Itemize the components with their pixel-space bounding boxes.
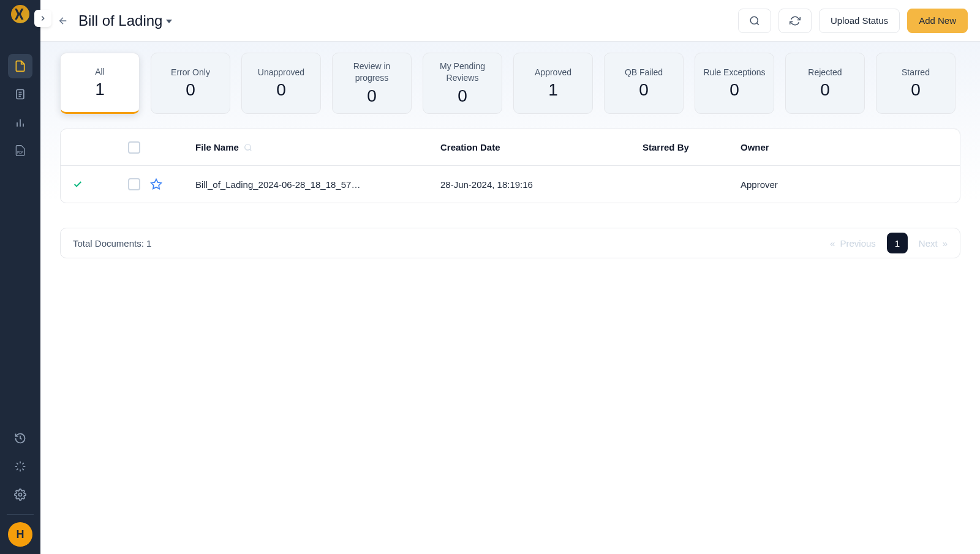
filter-label: Error Only — [171, 67, 210, 78]
pagination-next[interactable]: Next » — [919, 238, 948, 249]
filter-card-all[interactable]: All1 — [60, 53, 140, 114]
filter-card-rejected[interactable]: Rejected0 — [785, 53, 865, 114]
filter-label: Unapproved — [258, 67, 304, 78]
filter-card-review-in-progress[interactable]: Review in progress0 — [332, 53, 412, 114]
nav-loading[interactable] — [8, 454, 32, 479]
star-icon — [150, 178, 162, 190]
filter-label: Rejected — [808, 67, 842, 78]
nav-list-top: PDF — [0, 54, 40, 163]
upload-status-button[interactable]: Upload Status — [819, 9, 900, 33]
table-row[interactable]: Bill_of_Lading_2024-06-28_18_18_57…28-Ju… — [61, 166, 960, 203]
nav-pdf[interactable]: PDF — [8, 138, 32, 163]
svg-marker-22 — [151, 179, 162, 189]
filter-label: Approved — [535, 67, 571, 78]
filter-count: 0 — [639, 80, 649, 100]
bar-chart-icon — [14, 116, 26, 129]
filter-label: QB Failed — [625, 67, 663, 78]
filter-label: Rule Exceptions — [703, 67, 765, 78]
nav-analytics[interactable] — [8, 110, 32, 135]
row-checkbox[interactable] — [128, 178, 140, 190]
back-button[interactable] — [58, 15, 69, 26]
filter-cards: All1Error Only0Unapproved0Review in prog… — [60, 53, 960, 114]
pagination-current-page[interactable]: 1 — [887, 233, 908, 253]
filename-search-icon[interactable] — [244, 143, 252, 152]
refresh-button[interactable] — [778, 9, 812, 33]
row-owner: Approver — [741, 179, 948, 190]
gear-icon — [14, 488, 26, 501]
document-icon — [14, 60, 26, 72]
search-button[interactable] — [738, 9, 771, 33]
filter-count: 0 — [820, 80, 830, 100]
nav-clipboard[interactable] — [8, 82, 32, 107]
filter-card-unapproved[interactable]: Unapproved0 — [241, 53, 321, 114]
nav-divider — [7, 514, 34, 515]
svg-text:PDF: PDF — [17, 151, 23, 154]
spinner-icon — [14, 460, 26, 473]
filter-label: My Pending Reviews — [428, 61, 497, 84]
content-area: All1Error Only0Unapproved0Review in prog… — [40, 42, 980, 554]
column-header-owner[interactable]: Owner — [741, 142, 948, 152]
filter-count: 0 — [186, 80, 195, 100]
svg-line-11 — [23, 469, 24, 470]
nav-documents[interactable] — [8, 54, 32, 78]
check-icon — [73, 179, 83, 189]
chevron-double-right-icon: » — [943, 238, 948, 249]
row-filename: Bill_of_Lading_2024-06-28_18_18_57… — [195, 179, 440, 190]
main-area: Bill of Lading Upload Status Add New All… — [40, 0, 980, 554]
table-header: File Name Creation Date Starred By Owner — [61, 129, 960, 166]
pagination: « Previous 1 Next » — [830, 233, 948, 253]
sidebar-expand-toggle[interactable] — [34, 10, 51, 27]
row-star-toggle[interactable] — [150, 178, 162, 190]
filter-card-approved[interactable]: Approved1 — [513, 53, 593, 114]
column-header-starred-by[interactable]: Starred By — [643, 142, 741, 152]
filter-count: 0 — [367, 86, 377, 106]
filter-label: Starred — [902, 67, 930, 78]
svg-line-21 — [250, 149, 252, 151]
history-icon — [14, 432, 26, 444]
row-creation-date: 28-Jun-2024, 18:19:16 — [440, 179, 643, 190]
filter-count: 1 — [95, 80, 105, 99]
filter-card-starred[interactable]: Starred0 — [876, 53, 956, 114]
filter-count: 0 — [911, 80, 921, 100]
column-header-creation-date[interactable]: Creation Date — [440, 142, 643, 152]
search-icon — [749, 15, 760, 26]
svg-line-10 — [17, 463, 18, 464]
sidebar: PDF H — [0, 0, 40, 554]
nav-history[interactable] — [8, 426, 32, 451]
pdf-icon: PDF — [14, 144, 26, 157]
filter-label: Review in progress — [337, 61, 406, 84]
documents-table: File Name Creation Date Starred By Owner… — [60, 129, 960, 203]
app-logo — [11, 5, 29, 23]
svg-line-19 — [756, 23, 758, 24]
total-documents-label: Total Documents: 1 — [73, 238, 151, 249]
chevron-double-left-icon: « — [830, 238, 835, 249]
clipboard-icon — [14, 88, 26, 100]
refresh-icon — [790, 15, 801, 26]
filter-card-error-only[interactable]: Error Only0 — [151, 53, 230, 114]
nav-settings[interactable] — [8, 482, 32, 507]
filter-card-my-pending-reviews[interactable]: My Pending Reviews0 — [423, 53, 502, 114]
chevron-right-icon — [39, 14, 47, 23]
column-header-filename[interactable]: File Name — [195, 142, 440, 152]
filter-card-qb-failed[interactable]: QB Failed0 — [604, 53, 684, 114]
page-title-dropdown[interactable]: Bill of Lading — [78, 12, 172, 29]
pagination-prev[interactable]: « Previous — [830, 238, 876, 249]
filter-count: 0 — [458, 86, 467, 106]
filter-count: 0 — [276, 80, 286, 100]
select-all-checkbox[interactable] — [128, 141, 140, 154]
row-status-icon — [73, 179, 128, 189]
svg-line-14 — [17, 469, 18, 470]
caret-down-icon — [166, 20, 172, 23]
table-footer: Total Documents: 1 « Previous 1 Next » — [60, 228, 960, 258]
add-new-button[interactable]: Add New — [907, 9, 968, 33]
filter-count: 1 — [548, 80, 558, 100]
arrow-left-icon — [58, 15, 69, 26]
svg-line-15 — [23, 463, 24, 464]
filter-count: 0 — [729, 80, 739, 100]
filter-label: All — [95, 66, 105, 78]
svg-point-20 — [245, 144, 251, 149]
topbar-actions: Upload Status Add New — [738, 9, 968, 33]
filter-card-rule-exceptions[interactable]: Rule Exceptions0 — [695, 53, 774, 114]
svg-point-18 — [750, 17, 758, 24]
user-avatar[interactable]: H — [8, 522, 32, 547]
